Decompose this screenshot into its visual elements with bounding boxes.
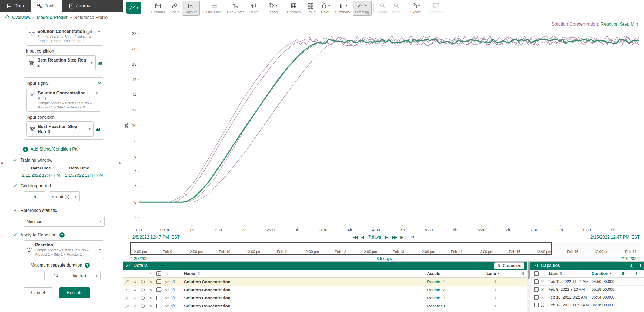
details-row[interactable]: ×g/LSolution ConcentrationReactor 31: [123, 294, 527, 302]
step-to-now-icon[interactable]: ▶❘: [400, 235, 407, 240]
scrollbar-thumb[interactable]: [528, 262, 530, 279]
pin-icon[interactable]: [131, 279, 139, 284]
labels-button[interactable]: ▾Labels: [265, 1, 280, 16]
grid-icon[interactable]: [629, 271, 640, 276]
trend-chart[interactable]: Solution Concentration, Reaction Step Mi…: [123, 16, 644, 233]
details-row[interactable]: ×✓g/LSolution ConcentrationReactor 11: [123, 278, 527, 286]
step-back-half-icon[interactable]: ◀◀: [353, 235, 357, 240]
one-lane-button[interactable]: One Lane: [204, 1, 224, 16]
asset-link[interactable]: Reactor 3: [427, 296, 445, 300]
remove-icon[interactable]: ×: [147, 296, 155, 300]
remove-icon[interactable]: ×: [147, 287, 155, 292]
input-condition-select[interactable]: Best Reaction Step Rctr 3 ▾: [26, 121, 94, 137]
sort-icon[interactable]: ⇅: [163, 272, 171, 276]
max-duration-input[interactable]: [44, 270, 67, 281]
remove-icon[interactable]: ×: [147, 304, 155, 308]
legend-signal-label[interactable]: Solution Concentration,: [552, 22, 599, 27]
max-duration-unit-select[interactable]: hour(s)▾: [70, 270, 101, 281]
info-icon[interactable]: [139, 304, 147, 308]
sort-icon[interactable]: ⇅: [197, 272, 200, 276]
pin-icon[interactable]: [131, 287, 139, 292]
row-checkbox[interactable]: [530, 287, 540, 292]
info-icon[interactable]: [139, 296, 147, 300]
capsule-row[interactable]: Feb 12, 2022 11:40 AM06:16:00.000: [530, 301, 644, 309]
auto-update-icon[interactable]: ↻: [411, 235, 414, 240]
training-start-link[interactable]: 2/12/2022 12:47 PM: [22, 173, 60, 178]
input-signal-select[interactable]: Solution Concentration (g/L) Sample Asse…: [26, 27, 103, 46]
capsule-row[interactable]: Feb 10, 2022 8:22 AM05:34:00.000: [530, 293, 644, 301]
input-signal-select[interactable]: Solution Concentration (g/L) Sample Asse…: [26, 89, 101, 112]
asset-link[interactable]: Reactor 1: [427, 279, 445, 284]
collapse-panel-icon[interactable]: «: [119, 160, 122, 166]
display-start-time[interactable]: 2/8/2022 12:47 PM: [132, 235, 169, 240]
training-end-link[interactable]: 2/15/2022 12:47 PM: [65, 173, 103, 178]
gridlines-button[interactable]: Gridlines: [284, 1, 303, 16]
legend-profile-label[interactable]: Reaction Step Min: [600, 22, 638, 27]
gridding-unit-select[interactable]: minute(s)▾: [49, 191, 80, 202]
column-config-icon[interactable]: [516, 271, 527, 276]
input-condition-select[interactable]: Best Reaction Step Rctr 2 ▾: [26, 55, 96, 70]
sort-icon[interactable]: ⇅: [559, 272, 562, 276]
row-checkbox[interactable]: [155, 304, 163, 308]
edit-icon[interactable]: [123, 279, 131, 284]
reference-statistic-select[interactable]: Minimum▾: [24, 216, 105, 227]
row-checkbox[interactable]: ✓: [155, 279, 163, 284]
column-assets[interactable]: Assets: [427, 271, 440, 276]
select-all-checkbox[interactable]: [530, 271, 540, 276]
breadcrumb-overview[interactable]: Overview: [12, 15, 30, 20]
display-end-time[interactable]: 2/15/2022 12:47 PM: [590, 235, 629, 240]
timeline-start-date[interactable]: 2/8/2022: [134, 256, 150, 261]
one-y-axis-button[interactable]: One Y-Axis: [225, 1, 247, 16]
column-lane[interactable]: Lane: [486, 271, 496, 276]
range-start-icon[interactable]: ↓: [128, 235, 130, 240]
calendar-button[interactable]: Calendar: [148, 1, 168, 16]
edit-icon[interactable]: [123, 287, 131, 292]
view-trend-button[interactable]: [96, 126, 101, 133]
dimming-button[interactable]: ▾Dimming: [353, 1, 371, 16]
home-icon[interactable]: [5, 15, 10, 20]
timeline-track[interactable]: 12:00 pmFeb 912:00 pmFeb 1012:00 pmFeb 1…: [130, 242, 639, 255]
customize-button[interactable]: Customize: [494, 262, 525, 269]
chain-button[interactable]: Chain: [168, 1, 182, 16]
apply-condition-select[interactable]: Reaction Sample Assets » Batch Products …: [24, 240, 104, 259]
info-icon[interactable]: [139, 287, 147, 292]
summary-button[interactable]: ▾Summary: [333, 1, 353, 16]
tab-data[interactable]: Data: [0, 0, 31, 12]
collapse-panel-left-icon[interactable]: «: [1, 160, 4, 166]
add-pair-link[interactable]: + Add Signal/Condition Pair: [23, 147, 123, 152]
edit-icon[interactable]: [123, 304, 131, 308]
remove-pair-button[interactable]: ×: [98, 80, 101, 86]
pin-icon[interactable]: [131, 296, 139, 300]
timezone-link[interactable]: EST: [171, 235, 180, 240]
group-button[interactable]: Group: [303, 1, 318, 16]
info-icon[interactable]: [139, 279, 147, 284]
row-checkbox[interactable]: [155, 296, 163, 300]
edit-icon[interactable]: [123, 296, 131, 300]
table-view-icon[interactable]: [636, 263, 641, 268]
gridding-value-input[interactable]: [24, 191, 46, 202]
column-config-icon[interactable]: [619, 271, 629, 276]
capsule-row[interactable]: Feb 9, 2022 7:10 AM05:18:00.000: [530, 286, 644, 293]
view-trend-button[interactable]: [98, 59, 103, 66]
remove-all-button[interactable]: ×: [147, 271, 155, 276]
expand-range-icon[interactable]: ↑: [130, 256, 132, 261]
asset-link[interactable]: Reactor 4: [427, 304, 445, 308]
cancel-button[interactable]: Cancel: [24, 287, 52, 298]
help-icon[interactable]: ?: [59, 232, 65, 238]
details-row[interactable]: ×g/LSolution ConcentrationReactor 21: [123, 286, 527, 294]
column-duration[interactable]: Duration: [592, 271, 608, 276]
breadcrumb-model-predict[interactable]: Model & Predict: [37, 15, 68, 20]
timeline-end-date[interactable]: 2/16/2022: [620, 256, 639, 261]
reset-button[interactable]: Reset: [247, 1, 261, 16]
details-row[interactable]: ×g/LSolution ConcentrationReactor 41: [123, 302, 527, 310]
row-checkbox[interactable]: [530, 295, 540, 300]
step-back-icon[interactable]: ◀: [361, 235, 364, 240]
export-button[interactable]: ▾Export: [408, 1, 423, 16]
timezone-link[interactable]: EST: [631, 235, 640, 240]
capsule-row[interactable]: Feb 11, 2022 11:24 AM04:50:00.000: [530, 278, 644, 286]
capsule-button[interactable]: Capsule: [182, 1, 200, 16]
column-name[interactable]: Name: [184, 271, 195, 276]
remove-icon[interactable]: ×: [147, 279, 155, 284]
row-checkbox[interactable]: [530, 303, 540, 307]
column-start[interactable]: Start: [548, 271, 558, 276]
